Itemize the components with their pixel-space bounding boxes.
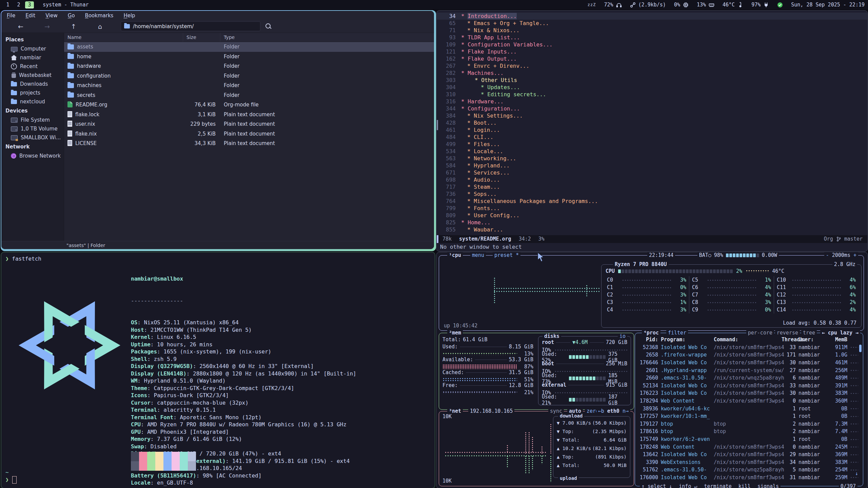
menu-button[interactable]: menu (470, 252, 486, 258)
proc-header[interactable]: Command: (714, 337, 779, 343)
network-module[interactable]: (2.9kb/s) (630, 2, 666, 8)
reverse-button[interactable]: reverse (775, 330, 800, 336)
sidebar-item-projects[interactable]: projects (1, 88, 64, 97)
path-bar[interactable]: /home/nambiar/system/ (121, 21, 260, 31)
disk-entry[interactable]: root▼4.6M720 GiBIO%Used: 52%375 GiB (538, 339, 631, 361)
workspace-button[interactable]: 1 (3, 1, 12, 8)
proc-row[interactable]: 178248Web Content/nix/store/sm8fmrf3wps4… (638, 443, 858, 451)
proc-header[interactable]: MemB (828, 337, 847, 343)
sidebar-item-wastebasket[interactable]: Wastebasket (1, 71, 64, 80)
proc-row[interactable]: 176646Isolated Web Co/nix/store/sm8fmrf3… (638, 359, 858, 367)
menu-item-view[interactable]: View (45, 13, 58, 19)
scroll-down-indicator[interactable]: ↓ (855, 470, 858, 476)
file-row[interactable]: README.org76,4 KiBOrg-mode file (64, 100, 434, 110)
sidebar-item-file-system[interactable]: File System (1, 116, 64, 124)
mem-tab[interactable]: ²mem (447, 330, 463, 336)
column-header-name[interactable]: Name (64, 33, 183, 42)
column-header-size[interactable]: Size (183, 33, 220, 42)
sidebar-item-smallbox-wi-[interactable]: SMALLBOX Wi... (1, 133, 64, 142)
proc-row[interactable]: 2658.firefox-wrappe/nix/store/sm8fmrf3wp… (638, 351, 858, 359)
menu-item-bookmarks[interactable]: Bookmarks (85, 13, 114, 19)
file-row[interactable]: flake.nix2,5 KiBPlain text document (64, 129, 434, 139)
file-row[interactable]: homeFolder (64, 52, 434, 62)
file-row[interactable]: secretsFolder (64, 90, 434, 100)
proc-row[interactable]: 2601.Hyprland-wrapp/run/current-system/s… (638, 366, 858, 374)
status-ok-module[interactable] (777, 2, 783, 8)
proc-row[interactable]: 52134Isolated Web Co/nix/store/sm8fmrf3w… (638, 382, 858, 390)
proc-row[interactable]: 176223Isolated Web Co/nix/store/sm8fmrf3… (638, 389, 858, 397)
proc-header[interactable]: Pid: (638, 337, 658, 343)
idle-inhibitor-module[interactable]: zzZ (588, 2, 596, 7)
proc-row[interactable]: 51762.emacs-31.0.50-/nix/store/wnqz5pa8r… (638, 466, 858, 474)
tree-button[interactable]: tree (801, 330, 817, 336)
file-row[interactable]: configurationFolder (64, 71, 434, 81)
volume-module[interactable]: 72% (604, 2, 622, 8)
shell-prompt[interactable]: ❯ (5, 476, 17, 484)
proc-row[interactable]: 179127btopbtop2nambiar7.3M0.0 (638, 420, 858, 428)
update-interval[interactable]: - 2000ms + (824, 252, 858, 258)
cpu-module[interactable]: 0% (674, 2, 689, 8)
disks-io-toggle[interactable]: io (618, 333, 627, 339)
column-header-type[interactable]: Type (220, 33, 434, 42)
proc-cell: nambiar (798, 367, 826, 373)
menu-item-file[interactable]: File (7, 13, 15, 19)
filter-button[interactable]: filter (666, 330, 688, 336)
select-action[interactable]: ↑ select ↓ (642, 483, 672, 488)
back-button[interactable]: ← (15, 22, 26, 31)
file-row[interactable]: hardwareFolder (64, 61, 434, 71)
disk-entry[interactable]: external915 GiBIO%Used: 21%187 GiB (538, 382, 631, 403)
sidebar-item-recent[interactable]: Recent (1, 62, 64, 71)
temperature-module[interactable]: 46°C (723, 2, 743, 8)
proc-row[interactable]: 38936kworker/u64:6-kc1root0B0.0 (638, 405, 858, 412)
proc-header[interactable]: Threads: (782, 337, 796, 343)
proc-row[interactable]: 52368Isolated Web Co/nix/store/sm8fmrf3w… (638, 344, 858, 351)
proc-row[interactable]: 175749kworker/6:2-even1root0B0.0 (638, 435, 858, 443)
sidebar-item-nextcloud[interactable]: nextcloud (1, 97, 64, 106)
workspace-button[interactable]: 3 (25, 1, 34, 8)
forward-button[interactable]: → (41, 22, 53, 31)
preset-button[interactable]: preset * (493, 252, 520, 258)
proc-row[interactable]: 176000Isolated Web Co/nix/store/sm8fmrf3… (638, 474, 858, 482)
menu-item-help[interactable]: Help (123, 13, 135, 19)
proc-row[interactable]: 2660.emacs-31.0.50-/nix/store/wnqz5pa8ra… (638, 374, 858, 382)
proc-scrollbar[interactable] (859, 345, 862, 352)
sidebar-item-1-0-tb-volume[interactable]: 1,0 TB Volume (1, 124, 64, 133)
emacs-modeline: 78k system/README.org 34:2 3% Org master (437, 235, 867, 243)
file-row[interactable]: LICENSE34,3 KiBPlain text document (64, 139, 434, 148)
proc-header[interactable]: User: (798, 337, 826, 343)
per-core-button[interactable]: per-core (746, 330, 774, 336)
sidebar-item-nambiar[interactable]: nambiar (1, 53, 64, 62)
file-row[interactable]: machinesFolder (64, 81, 434, 90)
file-row[interactable]: user.nix229 bytesPlain text document (64, 119, 434, 129)
signals-action[interactable]: signals (757, 483, 779, 488)
home-button[interactable]: ⌂ (94, 22, 106, 31)
sidebar-item-computer[interactable]: Computer (1, 44, 64, 53)
memory-module[interactable]: 13% (697, 2, 714, 8)
info-action[interactable]: info ↵ (679, 483, 697, 488)
cpu-tab[interactable]: ¹cpu (447, 252, 463, 258)
menu-item-edit[interactable]: Edit (25, 13, 35, 19)
sidebar-item-browse-network[interactable]: Browse Network (1, 151, 64, 160)
up-button[interactable]: ↑ (68, 22, 79, 31)
disk-entry[interactable]: boot256 MiBIO%Used: 73%185 MiB (538, 361, 631, 382)
proc-row[interactable]: 178294Web Content/nix/store/sm8fmrf3wps4… (638, 397, 858, 405)
proc-row[interactable]: 3390WebExtensions/nix/store/sm8fmrf3wps4… (638, 459, 858, 466)
net-interface[interactable]: ←b eth0 n→ (596, 408, 630, 414)
terminal-window[interactable]: ❯ fastfetch nambiar@smallbox -----------… (1, 252, 435, 488)
search-button[interactable] (264, 22, 273, 31)
file-row[interactable]: assetsFolder (64, 42, 434, 52)
file-row[interactable]: flake.lock3,1 KiBPlain text document (64, 110, 434, 120)
sort-selector[interactable]: ← cpu lazy → (820, 330, 860, 336)
kill-action[interactable]: kill (738, 483, 751, 488)
sidebar-item-downloads[interactable]: Downloads (1, 80, 64, 88)
clock-module[interactable]: Sun, 28 Sep 2025 - 22:19 (791, 2, 865, 8)
proc-row[interactable]: 13642Isolated Web Co/nix/store/sm8fmrf3w… (638, 451, 858, 459)
proc-tab[interactable]: ⁴proc (642, 330, 660, 336)
proc-row[interactable]: 178616btopbtop2nambiar7.4M0.0 (638, 428, 858, 435)
workspace-button[interactable]: 2 (14, 1, 23, 8)
proc-row[interactable]: 177257kworker/10:1-mm_1root0B0.0 (638, 412, 858, 420)
terminate-action[interactable]: terminate (704, 483, 732, 488)
battery-module[interactable]: 97% (751, 2, 769, 8)
proc-header[interactable]: Program: (661, 337, 711, 343)
menu-item-go[interactable]: Go (68, 13, 75, 19)
